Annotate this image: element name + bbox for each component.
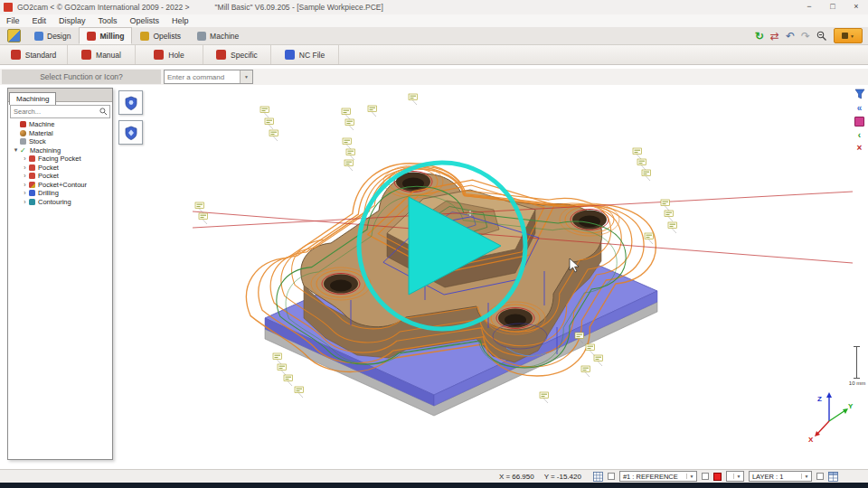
pocket-icon <box>29 173 35 179</box>
toolbar-button-label: Standard <box>25 51 57 60</box>
toolbar-button-specific[interactable]: Specific <box>203 45 271 64</box>
tree-item-drilling[interactable]: ›Drilling <box>8 189 112 198</box>
app-icon <box>4 3 13 12</box>
contouring-icon <box>29 199 35 205</box>
command-input[interactable] <box>165 70 240 83</box>
reference-combo[interactable]: #1 : REFERENCE▼ <box>619 471 697 482</box>
menu-item-help[interactable]: Help <box>165 14 195 27</box>
transfer-icon[interactable]: ⇄ <box>770 31 779 42</box>
menubar: FileEditDisplayToolsOpelistsHelp <box>0 14 868 28</box>
color-checkbox[interactable] <box>702 473 709 480</box>
command-input-wrap: ▼ <box>164 70 253 84</box>
machining-panel: Machining MachineMaterialStock▾✓Machinin… <box>7 88 113 460</box>
ruler-label: 10 mm <box>845 380 868 386</box>
close-panel-icon[interactable]: × <box>857 144 863 152</box>
scale-ruler: 10 mm <box>848 346 866 389</box>
ribbon-tab-milling[interactable]: Milling <box>79 27 132 44</box>
design-tab-icon <box>34 32 43 41</box>
tree-expander-icon[interactable]: › <box>21 164 29 171</box>
tree-expander-icon[interactable]: › <box>21 199 29 205</box>
tab-machining[interactable]: Machining <box>9 92 56 105</box>
tree-item-pocket[interactable]: ›Pocket <box>8 164 112 173</box>
tree-item-machining[interactable]: ▾✓Machining <box>8 146 112 155</box>
machining-icon: ✓ <box>20 147 27 154</box>
pocket-icon <box>29 164 35 171</box>
toolbar-button-label: Hole <box>168 51 184 60</box>
tree-item-facing-pocket[interactable]: ›Facing Pocket <box>8 155 112 164</box>
toolbar-button-standard[interactable]: Standard <box>0 45 68 64</box>
tree-item-label: Pocket <box>38 172 59 180</box>
ribbon-tab-opelists[interactable]: Opelists <box>132 27 189 44</box>
reference-visibility-checkbox[interactable] <box>608 473 615 480</box>
tree-expander-icon[interactable]: › <box>21 173 29 179</box>
current-color-swatch[interactable] <box>713 473 722 481</box>
command-dropdown-icon[interactable]: ▼ <box>240 70 252 83</box>
layer-table-icon[interactable] <box>828 472 838 482</box>
ribbon-tab-machine[interactable]: Machine <box>189 27 247 44</box>
drilling-icon <box>29 190 35 196</box>
tree-item-label: Pocket+Contour <box>38 181 87 189</box>
specific-icon <box>216 50 226 60</box>
workpiece-icon[interactable] <box>7 29 21 42</box>
milling-tab-icon <box>87 32 96 41</box>
collapse-left-icon[interactable]: « <box>857 104 863 112</box>
close-button[interactable]: × <box>844 0 868 14</box>
filter-icon[interactable] <box>854 89 865 99</box>
toolbar-button-nc-file[interactable]: NC File <box>271 45 339 64</box>
snap-grid-icon[interactable] <box>593 472 603 482</box>
tree-item-label: Machine <box>29 120 54 128</box>
pocket-contour-icon <box>29 182 35 188</box>
menu-item-edit[interactable]: Edit <box>26 14 53 27</box>
tree-item-material[interactable]: Material <box>8 129 112 138</box>
minimize-button[interactable]: − <box>797 0 821 14</box>
ribbon-tab-label: Opelists <box>153 32 181 41</box>
tree-item-pocket-contour[interactable]: ›Pocket+Contour <box>8 181 112 190</box>
tree-item-label: Drilling <box>38 189 59 197</box>
coord-y-label: Y = <box>544 473 555 481</box>
tree-expander-icon[interactable]: › <box>21 190 29 196</box>
tree-expander-icon[interactable]: ▾ <box>12 146 20 154</box>
window-bottom-edge <box>0 483 868 488</box>
visibility-toggle-button[interactable]: ▼ <box>834 28 863 43</box>
pen-style-combo[interactable]: ▼ <box>726 471 744 482</box>
redo-icon[interactable]: ↷ <box>801 31 810 42</box>
tree-item-machine[interactable]: Machine <box>8 120 112 129</box>
tree-item-contouring[interactable]: ›Contouring <box>8 198 112 207</box>
brush-icon[interactable] <box>854 117 864 127</box>
macro-button-2[interactable] <box>118 120 143 145</box>
ribbon-tab-design[interactable]: Design <box>26 27 79 44</box>
tree-item-label: Pocket <box>38 164 59 172</box>
layer-visibility-checkbox[interactable] <box>816 473 824 480</box>
opelists-tab-icon <box>140 32 149 41</box>
refresh-icon[interactable]: ↻ <box>755 31 764 42</box>
axis-y-label: Y <box>848 402 854 410</box>
tree-expander-icon[interactable]: › <box>21 155 29 162</box>
toolbar-button-hole[interactable]: Hole <box>136 45 203 64</box>
zoom-out-icon[interactable] <box>816 31 827 42</box>
menu-item-display[interactable]: Display <box>52 14 92 27</box>
window-title: GO2cam < © GO2cam International 2009 - 2… <box>17 3 190 12</box>
right-toolbar: « ‹ × <box>853 89 866 152</box>
command-prompt-label: Select Function or Icon? <box>2 70 161 84</box>
layer-combo[interactable]: LAYER : 1▼ <box>749 471 812 482</box>
hole-icon <box>154 50 164 60</box>
undo-icon[interactable]: ↶ <box>786 31 795 42</box>
menu-item-opelists[interactable]: Opelists <box>124 14 166 27</box>
manual-icon <box>81 50 91 60</box>
material-icon <box>20 130 26 136</box>
tree-expander-icon[interactable]: › <box>21 182 29 188</box>
window-subtitle: "Mill Basic" V6.09.205 - [Sample Workpie… <box>215 3 383 12</box>
search-input[interactable] <box>11 108 99 116</box>
tree-item-pocket[interactable]: ›Pocket <box>8 172 112 181</box>
maximize-button[interactable]: □ <box>821 0 844 14</box>
menu-item-file[interactable]: File <box>0 14 26 27</box>
search-icon[interactable] <box>99 108 108 116</box>
expand-left-icon[interactable]: ‹ <box>858 131 861 139</box>
menu-item-tools[interactable]: Tools <box>92 14 124 27</box>
shield-icon <box>124 96 138 110</box>
toolbar-button-manual[interactable]: Manual <box>68 45 136 64</box>
macro-button-1[interactable] <box>118 90 143 115</box>
axis-x-label: X <box>808 436 814 443</box>
tree-item-label: Stock <box>29 137 46 145</box>
tree-item-stock[interactable]: Stock <box>8 137 112 146</box>
